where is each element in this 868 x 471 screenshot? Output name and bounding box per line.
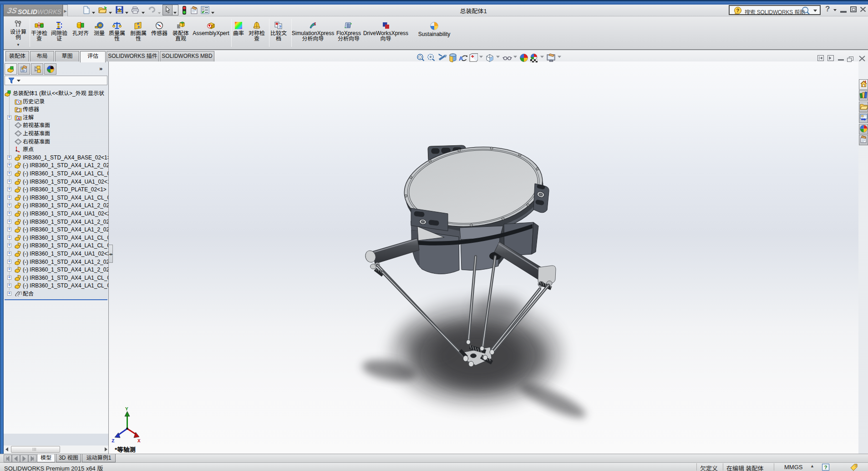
svg-text:Y: Y	[125, 406, 128, 412]
svg-text:?: ?	[279, 25, 282, 29]
svg-text:X: X	[137, 438, 141, 444]
svg-text:?: ?	[736, 8, 739, 13]
svg-text:A: A	[17, 117, 20, 121]
svg-text:*等轴测: *等轴测	[115, 446, 136, 453]
svg-text:Z: Z	[112, 438, 115, 444]
